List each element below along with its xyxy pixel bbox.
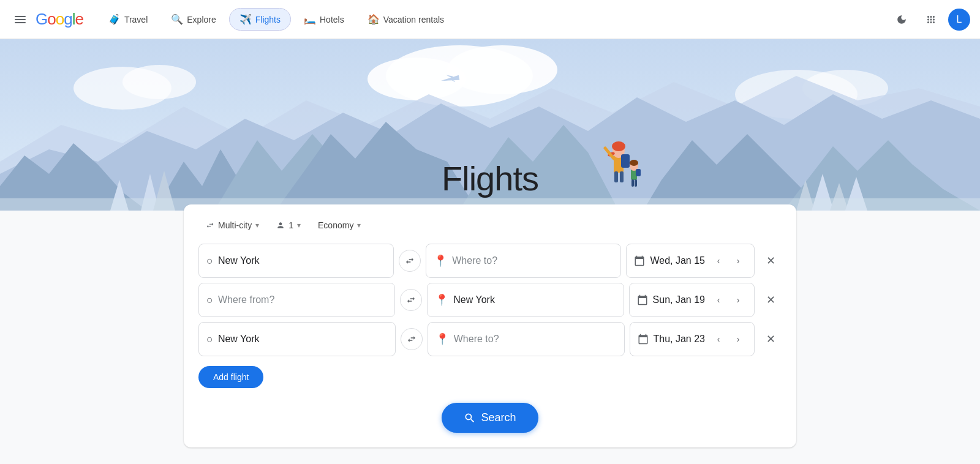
- date-value-1: Wed, Jan 15: [650, 255, 705, 266]
- svg-point-34: [612, 141, 625, 151]
- vacation-icon: 🏠: [368, 13, 380, 25]
- tab-hotels-label: Hotels: [320, 15, 344, 24]
- passengers-selector[interactable]: 1 ▾: [269, 217, 308, 234]
- date-field-1[interactable]: Wed, Jan 15 ‹ ›: [626, 244, 755, 278]
- origin-field-3[interactable]: ○ New York: [198, 322, 396, 356]
- date-field-3[interactable]: Thu, Jan 23 ‹ ›: [630, 322, 755, 356]
- trip-type-label: Multi-city: [218, 220, 252, 230]
- swap-button-1[interactable]: [399, 250, 421, 272]
- date-prev-3[interactable]: ‹: [710, 331, 727, 348]
- svg-rect-2: [15, 22, 26, 23]
- tab-vacation[interactable]: 🏠 Vacation rentals: [357, 8, 454, 31]
- add-flight-button[interactable]: Add flight: [198, 366, 263, 388]
- nav-tabs: 🧳 Travel 🔍 Explore ✈️ Flights 🛏️ Hotels …: [98, 8, 889, 31]
- swap-button-3[interactable]: [401, 328, 423, 350]
- tab-flights-label: Flights: [255, 15, 281, 24]
- search-label: Search: [481, 411, 516, 424]
- origin-field-2[interactable]: ○ Where from?: [198, 283, 395, 317]
- flight-row-2: ○ Where from? 📍 New York Sun, Jan 19 ‹ ›: [198, 283, 782, 317]
- cabin-class-selector[interactable]: Economy ▾: [311, 217, 368, 234]
- tab-travel-label: Travel: [124, 15, 148, 24]
- dest-placeholder-1: Where to?: [452, 255, 613, 266]
- menu-icon[interactable]: [10, 7, 31, 31]
- date-prev-1[interactable]: ‹: [710, 252, 727, 269]
- flights-icon: ✈️: [239, 13, 252, 25]
- header-right: L: [889, 7, 970, 32]
- dark-mode-button[interactable]: [889, 7, 914, 32]
- flight-row-3: ○ New York 📍 Where to? Thu, Jan 23 ‹ ›: [198, 322, 782, 356]
- origin-value-1: New York: [218, 255, 386, 266]
- date-prev-2[interactable]: ‹: [710, 291, 727, 309]
- svg-rect-0: [15, 16, 26, 17]
- passengers-label: 1: [288, 220, 293, 230]
- calendar-icon-3: [638, 334, 649, 345]
- date-next-2[interactable]: ›: [729, 291, 747, 309]
- passengers-chevron: ▾: [297, 221, 301, 230]
- actions-row: Add flight: [198, 366, 782, 388]
- dest-field-1[interactable]: 📍 Where to?: [426, 244, 621, 278]
- dest-pin-icon-1: 📍: [434, 254, 447, 268]
- date-value-2: Sun, Jan 19: [653, 294, 705, 305]
- remove-flight-1[interactable]: ✕: [760, 250, 782, 272]
- origin-circle-icon-3: ○: [206, 333, 213, 346]
- search-card: Multi-city ▾ 1 ▾ Economy ▾ ○ New York: [184, 204, 796, 447]
- header: Google 🧳 Travel 🔍 Explore ✈️ Flights 🛏️ …: [0, 0, 980, 39]
- filter-row: Multi-city ▾ 1 ▾ Economy ▾: [198, 217, 782, 234]
- apps-button[interactable]: [919, 7, 943, 32]
- hotels-icon: 🛏️: [304, 13, 316, 25]
- date-next-3[interactable]: ›: [729, 331, 747, 348]
- google-logo[interactable]: Google: [36, 10, 83, 29]
- page-title-section: Flights: [0, 159, 980, 198]
- origin-placeholder-2: Where from?: [218, 294, 387, 305]
- explore-icon: 🔍: [171, 13, 183, 25]
- dest-field-2[interactable]: 📍 New York: [427, 283, 624, 317]
- dest-pin-icon-3: 📍: [435, 332, 449, 346]
- dest-placeholder-3: Where to?: [454, 334, 617, 345]
- swap-button-2[interactable]: [400, 289, 422, 311]
- date-nav-3: ‹ ›: [710, 331, 747, 348]
- search-container: Multi-city ▾ 1 ▾ Economy ▾ ○ New York: [0, 204, 980, 464]
- svg-point-8: [123, 65, 196, 99]
- trip-type-selector[interactable]: Multi-city ▾: [198, 217, 266, 234]
- flight-row-1: ○ New York 📍 Where to? Wed, Jan 15 ‹ ›: [198, 244, 782, 278]
- origin-circle-icon-2: ○: [206, 294, 213, 307]
- trip-type-chevron: ▾: [255, 221, 259, 230]
- search-icon: [464, 412, 476, 424]
- tab-travel[interactable]: 🧳 Travel: [98, 8, 158, 31]
- dest-field-3[interactable]: 📍 Where to?: [428, 322, 625, 356]
- tab-hotels[interactable]: 🛏️ Hotels: [293, 8, 355, 31]
- tab-vacation-label: Vacation rentals: [383, 15, 444, 24]
- dest-pin-icon-2: 📍: [435, 293, 448, 307]
- travel-icon: 🧳: [108, 13, 121, 25]
- flight-rows: ○ New York 📍 Where to? Wed, Jan 15 ‹ ›: [198, 244, 782, 356]
- cabin-class-label: Economy: [318, 220, 353, 230]
- tab-explore-label: Explore: [187, 15, 216, 24]
- cabin-class-chevron: ▾: [357, 221, 361, 230]
- search-btn-container: Search: [198, 403, 782, 433]
- avatar[interactable]: L: [948, 9, 970, 31]
- remove-flight-2[interactable]: ✕: [760, 289, 782, 311]
- tab-flights[interactable]: ✈️ Flights: [229, 8, 291, 31]
- search-button[interactable]: Search: [442, 403, 538, 433]
- svg-rect-1: [15, 19, 26, 20]
- svg-point-5: [447, 45, 557, 94]
- hero-section: Flights: [0, 39, 980, 211]
- page-title: Flights: [0, 159, 980, 198]
- tab-explore[interactable]: 🔍 Explore: [160, 8, 226, 31]
- dest-value-2: New York: [453, 294, 616, 305]
- date-nav-2: ‹ ›: [710, 291, 747, 309]
- remove-flight-3[interactable]: ✕: [760, 328, 782, 350]
- origin-circle-icon-1: ○: [206, 255, 213, 268]
- origin-value-3: New York: [218, 334, 388, 345]
- calendar-icon-1: [634, 255, 645, 266]
- date-next-1[interactable]: ›: [729, 252, 747, 269]
- calendar-icon-2: [637, 294, 648, 305]
- date-value-3: Thu, Jan 23: [654, 334, 706, 345]
- add-flight-label: Add flight: [213, 372, 249, 382]
- date-nav-1: ‹ ›: [710, 252, 747, 269]
- date-field-2[interactable]: Sun, Jan 19 ‹ ›: [629, 283, 755, 317]
- origin-field-1[interactable]: ○ New York: [198, 244, 394, 278]
